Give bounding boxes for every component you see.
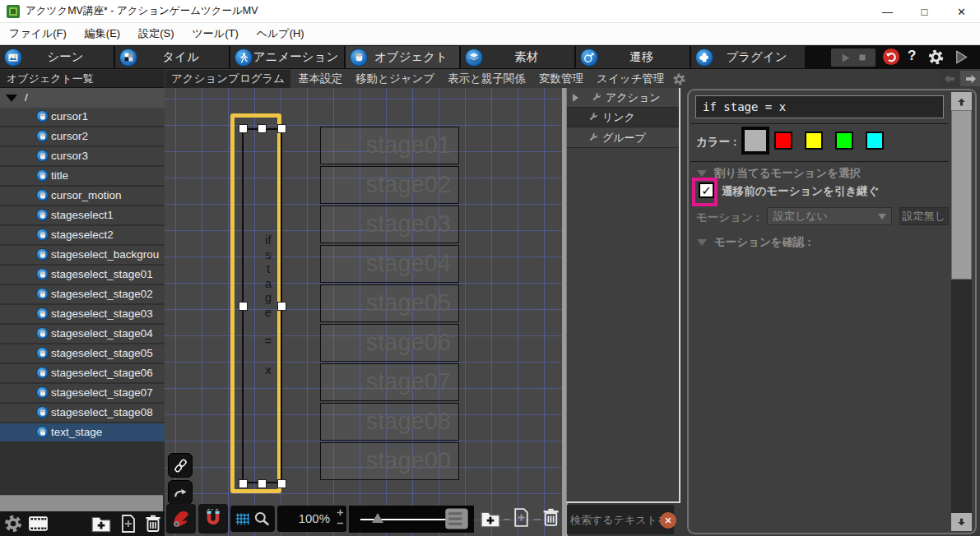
scroll-down-button[interactable]	[951, 513, 972, 531]
tab-tile[interactable]: タイル	[115, 46, 229, 68]
color-swatch-cyan[interactable]	[866, 132, 884, 150]
expand-caret-icon[interactable]	[573, 94, 578, 102]
scroll-up-button[interactable]	[951, 92, 972, 110]
settings-gear-icon[interactable]	[927, 49, 945, 66]
tab-plugin[interactable]: プラグイン	[691, 46, 805, 68]
list-item[interactable]: stageselect_stage02	[0, 285, 165, 303]
search-input[interactable]	[567, 505, 674, 534]
menu-tools[interactable]: ツール(T)	[183, 26, 248, 41]
palette-item-link[interactable]: リンク	[567, 108, 679, 127]
add-item-icon[interactable]	[511, 507, 532, 528]
inspector-scrollbar[interactable]	[951, 92, 972, 531]
add-folder-icon[interactable]	[91, 513, 112, 534]
scrollbar-thumb[interactable]	[951, 110, 972, 280]
menu-help[interactable]: ヘルプ(H)	[248, 26, 314, 41]
menu-edit[interactable]: 編集(E)	[76, 26, 129, 41]
hand-tool-button[interactable]	[166, 504, 196, 534]
list-item[interactable]: stageselect_stage07	[0, 384, 165, 402]
tab-action-program[interactable]: アクションプログラム	[165, 70, 290, 88]
color-swatch-yellow[interactable]	[805, 132, 823, 150]
tab-gear-icon[interactable]	[672, 72, 686, 86]
maximize-button[interactable]: □	[906, 0, 943, 23]
action-program-canvas[interactable]: stage01 stage02 stage03 stage04 stage05 …	[165, 88, 568, 536]
resize-handle[interactable]	[277, 124, 286, 133]
resize-handle[interactable]	[258, 124, 267, 133]
color-swatch-red[interactable]	[774, 132, 792, 150]
node-name-input[interactable]	[695, 95, 944, 118]
inherit-motion-checkbox[interactable]: ✓	[699, 183, 714, 198]
gear-icon[interactable]	[3, 514, 23, 534]
object-list-hscrollbar[interactable]	[0, 495, 163, 511]
tab-move-jump[interactable]: 移動とジャンプ	[350, 70, 440, 88]
list-item[interactable]: cursor_motion	[0, 187, 165, 205]
back-arrow-button[interactable]	[939, 71, 959, 86]
list-item[interactable]: stageselect_stage05	[0, 344, 165, 363]
resize-handle[interactable]	[277, 479, 286, 488]
no-setting-button[interactable]: 設定無し	[899, 207, 949, 225]
stop-icon[interactable]	[857, 53, 867, 62]
resize-handle[interactable]	[239, 124, 248, 133]
list-item[interactable]: cursor3	[0, 147, 165, 165]
zoom-level-box[interactable]: 100%	[277, 506, 346, 532]
tab-object[interactable]: オブジェクト	[346, 46, 459, 68]
forward-arrow-button[interactable]	[960, 71, 980, 86]
stage-node[interactable]: stage00	[320, 442, 459, 480]
tab-basic-settings[interactable]: 基本設定	[292, 70, 348, 88]
search-clear-button[interactable]	[660, 512, 676, 529]
play-icon[interactable]	[839, 52, 852, 64]
resize-handle[interactable]	[239, 302, 248, 311]
slider-thumb-icon[interactable]	[372, 513, 383, 523]
stage-node[interactable]: stage03	[320, 206, 459, 243]
list-item[interactable]: stageselect_backgrou	[0, 246, 165, 264]
assign-motion-section[interactable]: 割り当てるモーションを選択	[697, 166, 861, 181]
tab-variable-management[interactable]: 変数管理	[533, 70, 589, 88]
add-item-icon[interactable]	[118, 514, 138, 534]
tab-switch-management[interactable]: スイッチ管理	[591, 70, 670, 88]
tab-display-parent[interactable]: 表示と親子関係	[442, 70, 532, 88]
tab-scene[interactable]: シーン	[0, 46, 114, 68]
palette-item-group[interactable]: グループ	[567, 128, 679, 148]
stage-node[interactable]: stage06	[320, 324, 459, 362]
motion-dropdown[interactable]: 設定しない	[767, 207, 892, 225]
confirm-motion-section[interactable]: モーションを確認 :	[697, 235, 811, 250]
grid-icon[interactable]	[235, 512, 249, 526]
color-swatch-gray[interactable]	[741, 127, 769, 155]
list-view-button[interactable]	[444, 506, 469, 531]
redo-tool-button[interactable]	[168, 480, 193, 505]
palette-item-action[interactable]: アクション	[567, 88, 679, 108]
stage-node[interactable]: stage04	[320, 245, 459, 283]
object-tree-root[interactable]: /	[0, 88, 165, 108]
tab-material[interactable]: 素材	[461, 46, 574, 68]
trash-icon[interactable]	[541, 507, 561, 528]
list-item[interactable]: stageselect_stage06	[0, 364, 165, 382]
list-item[interactable]: stageselect_stage03	[0, 305, 165, 323]
resize-handle[interactable]	[277, 302, 286, 311]
snap-tool-button[interactable]	[198, 504, 228, 534]
stage-node[interactable]: stage07	[320, 363, 459, 401]
stage-node[interactable]: stage02	[320, 166, 459, 204]
magnifier-icon[interactable]	[253, 511, 270, 527]
menu-settings[interactable]: 設定(S)	[129, 26, 183, 41]
stage-node[interactable]: stage01	[320, 127, 459, 164]
stage-node[interactable]: stage05	[320, 284, 459, 322]
menu-file[interactable]: ファイル(F)	[0, 26, 76, 41]
list-item[interactable]: stageselect2	[0, 226, 165, 244]
tab-animation[interactable]: アニメーション	[230, 46, 344, 68]
list-item[interactable]: stageselect_stage01	[0, 266, 165, 284]
list-item[interactable]: stageselect1	[0, 206, 165, 224]
list-item-selected[interactable]: text_stage	[0, 423, 165, 441]
list-item[interactable]: cursor2	[0, 127, 165, 146]
stage-node[interactable]: stage08	[320, 403, 459, 441]
list-item[interactable]: stageselect_stage04	[0, 325, 165, 343]
close-button[interactable]: ✕	[943, 0, 980, 23]
help-button[interactable]: ?	[908, 48, 916, 64]
zoom-slider[interactable]	[349, 506, 474, 533]
collapse-triangle-icon[interactable]	[6, 95, 17, 102]
play-outline-icon[interactable]	[953, 49, 968, 65]
minimize-button[interactable]: —	[869, 0, 906, 23]
list-item[interactable]: cursor1	[0, 108, 165, 126]
color-swatch-green[interactable]	[835, 132, 853, 150]
film-strip-icon[interactable]	[27, 513, 49, 534]
resize-handle[interactable]	[258, 479, 267, 488]
list-item[interactable]: title	[0, 167, 165, 185]
